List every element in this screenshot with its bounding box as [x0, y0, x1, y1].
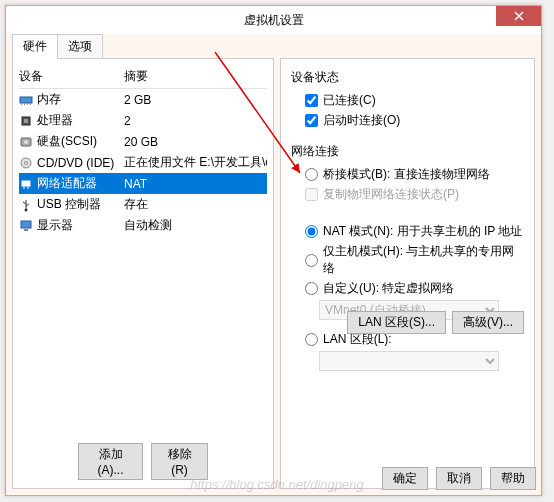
custom-radio[interactable]: 自定义(U): 特定虚拟网络 [305, 280, 524, 297]
device-state-title: 设备状态 [291, 69, 524, 86]
svg-rect-13 [21, 221, 31, 228]
nat-radio[interactable]: NAT 模式(N): 用于共享主机的 IP 地址 [305, 223, 524, 240]
hardware-list-panel: 设备 摘要 内存 2 GB 处理器 2 硬盘(SCSI) 20 GB CD/DV… [12, 58, 274, 489]
row-cddvd[interactable]: CD/DVD (IDE) 正在使用文件 E:\开发工具\cenos7\... [19, 152, 267, 173]
window-title: 虚拟机设置 [244, 12, 304, 29]
svg-rect-11 [22, 181, 30, 186]
remove-button[interactable]: 移除(R) [151, 443, 208, 480]
row-harddisk[interactable]: 硬盘(SCSI) 20 GB [19, 131, 267, 152]
network-connection-group: 网络连接 桥接模式(B): 直接连接物理网络 复制物理网络连接状态(P) NAT… [291, 143, 524, 371]
row-network-adapter[interactable]: 网络适配器 NAT [19, 173, 267, 194]
advanced-button[interactable]: 高级(V)... [452, 311, 524, 334]
connected-checkbox[interactable]: 已连接(C) [305, 92, 524, 109]
svg-rect-1 [21, 103, 22, 105]
add-button[interactable]: 添加(A)... [78, 443, 143, 480]
svg-rect-2 [24, 103, 25, 105]
display-icon [19, 219, 33, 233]
cpu-icon [19, 114, 33, 128]
svg-rect-4 [30, 103, 31, 105]
lan-select [319, 351, 499, 371]
connect-at-power-checkbox[interactable]: 启动时连接(O) [305, 112, 524, 129]
row-processor[interactable]: 处理器 2 [19, 110, 267, 131]
tabs: 硬件 选项 [12, 34, 102, 59]
cancel-button[interactable]: 取消 [436, 467, 482, 490]
svg-rect-14 [24, 229, 28, 231]
svg-rect-6 [24, 119, 28, 123]
col-device: 设备 [19, 68, 124, 85]
help-button[interactable]: 帮助 [490, 467, 536, 490]
row-usb[interactable]: USB 控制器 存在 [19, 194, 267, 215]
svg-rect-3 [27, 103, 28, 105]
cd-icon [19, 156, 33, 170]
tab-options[interactable]: 选项 [57, 34, 103, 59]
settings-panel: 设备状态 已连接(C) 启动时连接(O) 网络连接 桥接模式(B): 直接连接物… [280, 58, 535, 489]
table-header: 设备 摘要 [19, 65, 267, 89]
network-connection-title: 网络连接 [291, 143, 524, 160]
svg-point-10 [25, 161, 28, 164]
replicate-checkbox: 复制物理网络连接状态(P) [305, 186, 524, 203]
tab-hardware[interactable]: 硬件 [12, 34, 58, 59]
vm-settings-window: 虚拟机设置 硬件 选项 设备 摘要 内存 2 GB 处理器 2 硬盘(SCSI)… [5, 5, 542, 496]
svg-point-8 [24, 140, 28, 144]
network-icon [19, 177, 33, 191]
close-icon [512, 9, 526, 23]
bridged-radio[interactable]: 桥接模式(B): 直接连接物理网络 [305, 166, 524, 183]
svg-point-12 [25, 208, 28, 211]
close-button[interactable] [496, 6, 541, 26]
device-state-group: 设备状态 已连接(C) 启动时连接(O) [291, 69, 524, 129]
disk-icon [19, 135, 33, 149]
row-display[interactable]: 显示器 自动检测 [19, 215, 267, 236]
usb-icon [19, 198, 33, 212]
hostonly-radio[interactable]: 仅主机模式(H): 与主机共享的专用网络 [305, 243, 524, 277]
row-memory[interactable]: 内存 2 GB [19, 89, 267, 110]
titlebar: 虚拟机设置 [6, 6, 541, 34]
ok-button[interactable]: 确定 [382, 467, 428, 490]
lan-segments-button[interactable]: LAN 区段(S)... [347, 311, 446, 334]
col-summary: 摘要 [124, 68, 267, 85]
svg-rect-0 [20, 97, 32, 103]
memory-icon [19, 93, 33, 107]
